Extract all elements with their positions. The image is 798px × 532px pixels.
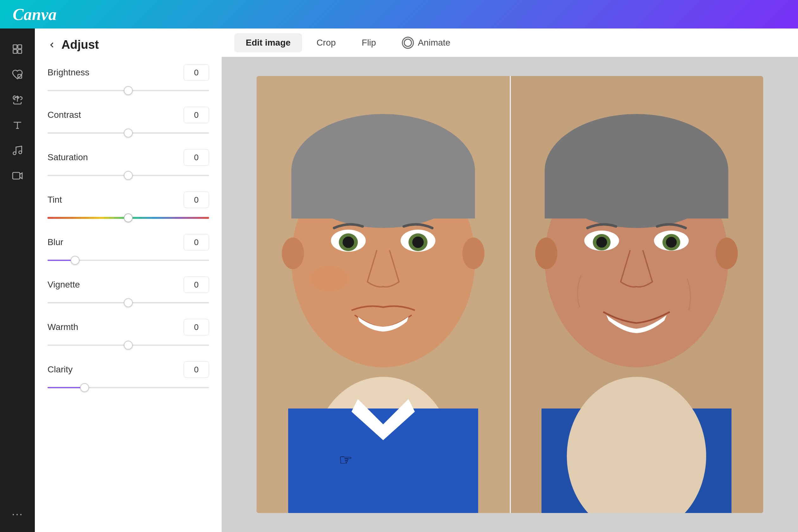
svg-point-6 [19, 151, 22, 154]
clarity-value[interactable]: 0 [184, 361, 209, 378]
flip-button[interactable]: Flip [350, 33, 387, 52]
header: Canva [0, 0, 798, 28]
toolbar: Edit image Crop Flip Animate [222, 28, 798, 57]
svg-rect-0 [13, 45, 17, 49]
sidebar-item-text[interactable] [6, 114, 28, 136]
blur-label: Blur [48, 237, 63, 247]
blur-slider[interactable] [48, 255, 209, 265]
canva-logo: Canva [13, 5, 57, 24]
crop-button[interactable]: Crop [305, 33, 347, 52]
svg-point-15 [462, 238, 484, 269]
svg-point-30 [716, 238, 738, 269]
split-divider [510, 76, 511, 513]
animate-icon [402, 37, 414, 49]
saturation-slider[interactable] [48, 171, 209, 180]
vignette-control: Vignette 0 [48, 277, 209, 307]
brightness-control: Brightness 0 [48, 64, 209, 95]
clarity-slider[interactable] [48, 383, 209, 392]
svg-point-21 [412, 236, 424, 248]
edit-image-button[interactable]: Edit image [234, 33, 302, 52]
vignette-value[interactable]: 0 [184, 277, 209, 293]
animate-button[interactable]: Animate [391, 32, 462, 53]
adjust-panel: Adjust Brightness 0 Contrast 0 Saturatio… [35, 28, 222, 532]
tint-slider[interactable] [48, 213, 209, 223]
sidebar-item-music[interactable] [6, 139, 28, 162]
warmth-slider[interactable] [48, 340, 209, 350]
svg-rect-2 [13, 50, 17, 54]
brightness-slider[interactable] [48, 86, 209, 95]
svg-rect-3 [18, 50, 22, 54]
vignette-slider[interactable] [48, 298, 209, 307]
sidebar: ... [0, 28, 35, 532]
sidebar-item-video[interactable] [6, 165, 28, 187]
svg-point-22 [310, 266, 348, 291]
brightness-label: Brightness [48, 68, 89, 78]
contrast-label: Contrast [48, 110, 81, 120]
svg-point-14 [282, 238, 304, 269]
svg-rect-13 [291, 171, 475, 218]
sidebar-item-upload[interactable] [6, 89, 28, 111]
clarity-label: Clarity [48, 364, 73, 375]
svg-rect-7 [13, 173, 20, 179]
saturation-label: Saturation [48, 152, 88, 163]
tint-value[interactable]: 0 [184, 192, 209, 208]
image-area: ☞ [222, 57, 798, 532]
warmth-value[interactable]: 0 [184, 319, 209, 335]
svg-point-36 [666, 237, 677, 248]
svg-point-5 [13, 152, 16, 155]
svg-rect-28 [545, 171, 728, 218]
saturation-control: Saturation 0 [48, 149, 209, 180]
panel-title: Adjust [61, 38, 99, 52]
tint-control: Tint 0 [48, 192, 209, 223]
image-adjusted [510, 76, 763, 513]
split-image-container: ☞ [256, 76, 763, 513]
sidebar-item-elements[interactable] [6, 63, 28, 86]
svg-point-20 [343, 236, 354, 248]
warmth-control: Warmth 0 [48, 319, 209, 350]
svg-point-35 [596, 237, 607, 248]
warmth-label: Warmth [48, 322, 78, 332]
back-button[interactable] [48, 40, 56, 50]
blur-value[interactable]: 0 [184, 234, 209, 250]
sidebar-item-layout[interactable] [6, 38, 28, 60]
cursor-hand-icon: ☞ [339, 451, 353, 469]
blur-control: Blur 0 [48, 234, 209, 265]
svg-point-29 [535, 238, 557, 269]
contrast-control: Contrast 0 [48, 107, 209, 138]
image-original [256, 76, 510, 513]
tint-label: Tint [48, 195, 62, 205]
contrast-value[interactable]: 0 [184, 107, 209, 123]
panel-header: Adjust [48, 38, 209, 52]
svg-rect-10 [288, 408, 478, 513]
sidebar-item-more[interactable]: ... [6, 500, 28, 522]
brightness-value[interactable]: 0 [184, 64, 209, 81]
saturation-value[interactable]: 0 [184, 149, 209, 166]
contrast-slider[interactable] [48, 128, 209, 138]
vignette-label: Vignette [48, 280, 80, 290]
svg-rect-1 [18, 45, 22, 49]
clarity-control: Clarity 0 [48, 361, 209, 392]
